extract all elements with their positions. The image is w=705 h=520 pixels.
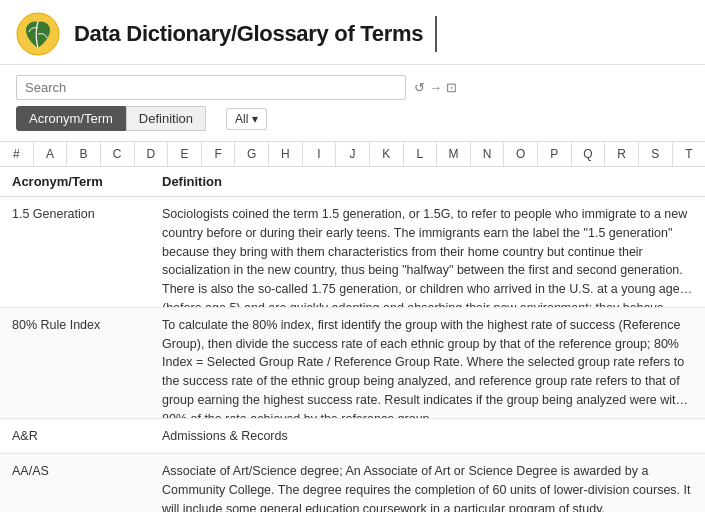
alpha-nav-I[interactable]: I <box>303 142 337 166</box>
cell-term: 80% Rule Index <box>0 307 150 418</box>
table-row: 80% Rule IndexTo calculate the 80% index… <box>0 307 705 418</box>
page-title: Data Dictionary/Glossary of Terms <box>74 21 423 47</box>
cell-term: 1.5 Generation <box>0 197 150 308</box>
alpha-nav-A[interactable]: A <box>34 142 68 166</box>
search-input[interactable] <box>25 80 397 95</box>
tab-acronym-term[interactable]: Acronym/Term <box>16 106 126 131</box>
search-row: ↺ → ⊡ <box>16 75 689 100</box>
alpha-nav-N[interactable]: N <box>471 142 505 166</box>
table-row: 1.5 GenerationSociologists coined the te… <box>0 197 705 308</box>
search-area: ↺ → ⊡ Acronym/Term Definition All ▾ <box>0 65 705 137</box>
alpha-nav-J[interactable]: J <box>336 142 370 166</box>
alpha-nav-Q[interactable]: Q <box>572 142 606 166</box>
alpha-navigation: #ABCDEFGHIJKLMNOPQRST <box>0 141 705 167</box>
alpha-nav-K[interactable]: K <box>370 142 404 166</box>
cell-definition: Admissions & Records <box>150 419 705 454</box>
alpha-nav-R[interactable]: R <box>605 142 639 166</box>
alpha-nav-M[interactable]: M <box>437 142 471 166</box>
arrow-right-icon[interactable]: → <box>429 80 442 95</box>
alpha-nav-E[interactable]: E <box>168 142 202 166</box>
table-header-row: Acronym/Term Definition <box>0 167 705 197</box>
cell-term: A&R <box>0 418 150 454</box>
header-divider <box>435 16 437 52</box>
chevron-down-icon: ▾ <box>252 112 258 126</box>
alpha-nav-T[interactable]: T <box>673 142 706 166</box>
table-row: AA/ASAssociate of Art/Science degree; An… <box>0 454 705 512</box>
alpha-nav-F[interactable]: F <box>202 142 236 166</box>
table-wrapper: Acronym/Term Definition 1.5 GenerationSo… <box>0 167 705 512</box>
export-icon[interactable]: ⊡ <box>446 80 457 95</box>
alpha-nav-D[interactable]: D <box>135 142 169 166</box>
refresh-icon[interactable]: ↺ <box>414 80 425 95</box>
alpha-nav-P[interactable]: P <box>538 142 572 166</box>
alpha-nav-L[interactable]: L <box>404 142 438 166</box>
filter-area: All ▾ <box>226 108 267 130</box>
filter-dropdown[interactable]: All ▾ <box>226 108 267 130</box>
alpha-nav-H[interactable]: H <box>269 142 303 166</box>
alpha-nav-B[interactable]: B <box>67 142 101 166</box>
filter-value: All <box>235 112 248 126</box>
alpha-nav-O[interactable]: O <box>504 142 538 166</box>
col-header-definition: Definition <box>150 167 705 197</box>
glossary-table: Acronym/Term Definition 1.5 GenerationSo… <box>0 167 705 512</box>
search-action-icons: ↺ → ⊡ <box>414 80 457 95</box>
col-header-term: Acronym/Term <box>0 167 150 197</box>
tab-definition[interactable]: Definition <box>126 106 206 131</box>
alpha-nav-#[interactable]: # <box>0 142 34 166</box>
cell-definition: Sociologists coined the term 1.5 generat… <box>150 197 705 307</box>
tab-row: Acronym/Term Definition All ▾ <box>16 106 689 131</box>
table-row: A&RAdmissions & Records <box>0 418 705 454</box>
cell-definition: To calculate the 80% index, first identi… <box>150 308 705 418</box>
header: Data Dictionary/Glossary of Terms <box>0 0 705 65</box>
logo-icon <box>16 12 60 56</box>
alpha-nav-G[interactable]: G <box>235 142 269 166</box>
cell-definition: Associate of Art/Science degree; An Asso… <box>150 454 705 512</box>
alpha-nav-C[interactable]: C <box>101 142 135 166</box>
alpha-nav-S[interactable]: S <box>639 142 673 166</box>
search-box[interactable] <box>16 75 406 100</box>
cell-term: AA/AS <box>0 454 150 512</box>
